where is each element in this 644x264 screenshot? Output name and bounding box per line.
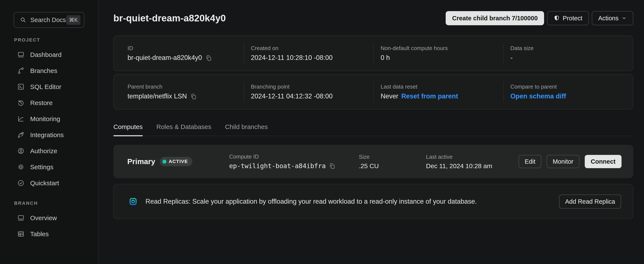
tab-roles-databases[interactable]: Roles & Databases <box>156 123 212 136</box>
branch-info-card: ID br-quiet-dream-a820k4y0 Created on 20… <box>114 36 633 71</box>
chevron-down-icon <box>621 16 627 21</box>
overview-icon <box>17 214 24 222</box>
sidebar-item-quickstart[interactable]: Quickstart <box>0 175 98 191</box>
sidebar-item-tables[interactable]: Tables <box>0 226 98 242</box>
sidebar-item-label: Overview <box>30 214 57 222</box>
sidebar-item-sql-editor[interactable]: SQL Editor <box>0 79 98 95</box>
sidebar-item-label: Settings <box>30 164 53 171</box>
last-active-value: Dec 11, 2024 10:28 am <box>426 162 518 170</box>
field-parent-branch: Parent branch template/netflix LSN <box>114 82 244 102</box>
parent-info-card: Parent branch template/netflix LSN Branc… <box>114 74 633 110</box>
compute-hours-value: 0 h <box>380 54 390 62</box>
tab-child-branches[interactable]: Child branches <box>225 123 268 136</box>
status-badge-label: ACTIVE <box>168 159 188 164</box>
sidebar-item-label: Branches <box>30 67 57 74</box>
add-read-replica-button[interactable]: Add Read Replica <box>559 194 621 208</box>
sql-editor-icon <box>17 83 24 90</box>
actions-button[interactable]: Actions <box>592 11 633 25</box>
last-data-reset-value: Never <box>380 92 398 100</box>
sidebar-item-settings[interactable]: Settings <box>0 159 98 175</box>
sidebar-item-branches[interactable]: Branches <box>0 63 98 79</box>
connect-button[interactable]: Connect <box>585 155 622 168</box>
protect-label: Protect <box>563 15 582 22</box>
sidebar-item-label: Authorize <box>30 148 57 155</box>
cpu-chip-icon <box>127 196 139 208</box>
monitor-button[interactable]: Monitor <box>547 155 580 168</box>
sidebar-item-label: Quickstart <box>30 180 59 187</box>
read-replica-banner: Read Replicas: Scale your application by… <box>114 184 633 219</box>
tab-computes[interactable]: Computes <box>114 123 143 136</box>
sidebar-item-label: Dashboard <box>30 51 62 58</box>
parent-branch-value: template/netflix LSN <box>128 92 187 100</box>
shield-icon <box>554 15 560 22</box>
search-shortcut: ⌘K <box>66 15 80 25</box>
protect-button[interactable]: Protect <box>547 11 589 25</box>
dashboard-icon <box>17 51 24 58</box>
actions-label: Actions <box>598 15 618 22</box>
field-branching-point: Branching point 2024-12-11 04:12:32 -08:… <box>244 82 374 102</box>
sidebar-item-monitoring[interactable]: Monitoring <box>0 111 98 127</box>
field-id: ID br-quiet-dream-a820k4y0 <box>114 43 244 64</box>
open-schema-diff-link[interactable]: Open schema diff <box>510 92 566 100</box>
sidebar: Search Docs ⌘K PROJECT Dashboard Branche… <box>0 0 98 264</box>
compute-id-value: ep-twilight-boat-a84ibfra <box>229 162 326 170</box>
restore-icon <box>17 99 24 106</box>
search-label: Search Docs <box>30 16 66 24</box>
section-label-branch: BRANCH <box>14 200 98 206</box>
field-label: Compare to parent <box>510 84 633 90</box>
created-on-value: 2024-12-11 10:28:10 -08:00 <box>251 54 333 62</box>
branch-id-value: br-quiet-dream-a820k4y0 <box>128 54 202 62</box>
field-compute-hours: Non-default compute hours 0 h <box>373 43 503 64</box>
authorize-icon <box>17 147 24 155</box>
field-data-size: Data size - <box>503 43 633 64</box>
sidebar-item-integrations[interactable]: Integrations <box>0 127 98 143</box>
sidebar-item-authorize[interactable]: Authorize <box>0 143 98 159</box>
edit-button[interactable]: Edit <box>518 155 541 168</box>
read-replica-description: Read Replicas: Scale your application by… <box>146 198 553 206</box>
field-label: ID <box>128 45 244 52</box>
sidebar-item-label: SQL Editor <box>30 83 62 90</box>
compute-actions: Edit Monitor Connect <box>518 155 622 168</box>
sidebar-item-dashboard[interactable]: Dashboard <box>0 47 98 63</box>
gear-icon <box>17 163 24 171</box>
active-dot-icon <box>162 160 166 164</box>
copy-icon[interactable] <box>205 54 212 62</box>
primary-compute-row: Primary ACTIVE Compute ID ep-twilight-bo… <box>114 145 633 178</box>
header-actions: Create child branch 7/100000 Protect Act… <box>446 11 633 25</box>
sidebar-item-label: Tables <box>30 230 49 238</box>
compute-name: Primary <box>127 157 155 166</box>
monitoring-icon <box>17 115 24 122</box>
branches-icon <box>17 67 24 74</box>
page-title: br-quiet-dream-a820k4y0 <box>114 13 226 24</box>
main-content: br-quiet-dream-a820k4y0 Create child bra… <box>98 0 644 264</box>
sidebar-item-label: Restore <box>30 99 53 106</box>
status-badge: ACTIVE <box>160 157 192 166</box>
branching-point-value: 2024-12-11 04:12:32 -08:00 <box>251 92 333 100</box>
integrations-icon <box>17 131 24 139</box>
field-label: Data size <box>510 45 633 52</box>
compute-size-block: Size .25 CU <box>359 154 426 170</box>
field-created-on: Created on 2024-12-11 10:28:10 -08:00 <box>244 43 374 64</box>
compute-name-block: Primary ACTIVE <box>127 157 229 166</box>
search-icon <box>20 16 26 23</box>
sidebar-item-label: Integrations <box>30 131 64 139</box>
field-label: Compute ID <box>229 154 359 160</box>
reset-from-parent-link[interactable]: Reset from parent <box>402 92 458 100</box>
field-label: Created on <box>251 45 374 52</box>
create-child-branch-button[interactable]: Create child branch 7/100000 <box>446 11 544 25</box>
field-label: Last active <box>426 154 518 160</box>
data-size-value: - <box>510 54 513 62</box>
copy-icon[interactable] <box>190 93 197 100</box>
compute-size-value: .25 CU <box>359 162 426 170</box>
last-active-block: Last active Dec 11, 2024 10:28 am <box>426 154 518 170</box>
tables-icon <box>17 230 24 238</box>
field-compare-to-parent: Compare to parent Open schema diff <box>503 82 633 102</box>
check-circle-icon <box>17 179 24 187</box>
copy-icon[interactable] <box>328 162 336 170</box>
field-label: Size <box>359 154 426 160</box>
sidebar-item-restore[interactable]: Restore <box>0 95 98 111</box>
field-label: Non-default compute hours <box>380 45 503 52</box>
sidebar-item-overview[interactable]: Overview <box>0 210 98 226</box>
search-docs-button[interactable]: Search Docs ⌘K <box>14 12 84 28</box>
field-label: Branching point <box>251 84 374 90</box>
